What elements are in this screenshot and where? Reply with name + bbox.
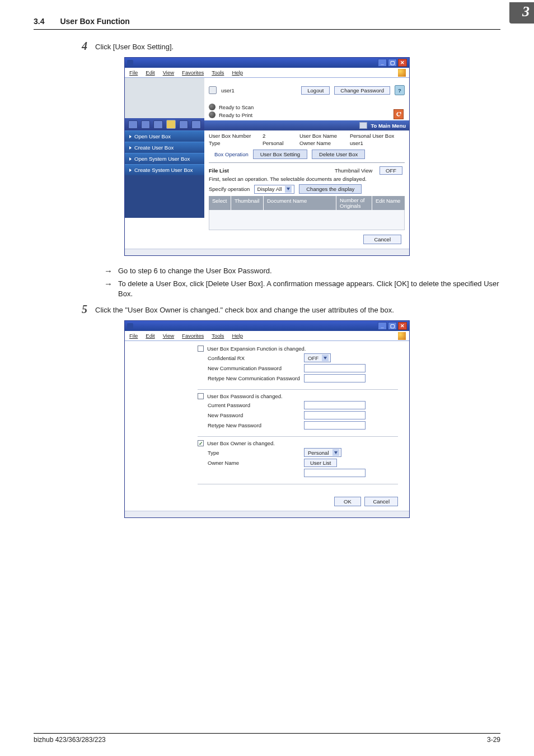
step-text: Click [User Box Setting]. xyxy=(95,40,174,51)
app-tab-icon[interactable] xyxy=(153,120,163,129)
bullet-text: Go to step 6 to change the User Box Pass… xyxy=(118,266,500,276)
value: Personal User Box xyxy=(350,133,394,139)
bullet-text: To delete a User Box, click [Delete User… xyxy=(118,279,500,298)
checkbox-label: User Box Password is changed. xyxy=(207,393,283,399)
menu-edit[interactable]: Edit xyxy=(146,69,154,76)
menu-help[interactable]: Help xyxy=(232,69,243,76)
app-tab-icon[interactable] xyxy=(141,120,151,129)
current-password-input[interactable] xyxy=(304,401,366,409)
label: Specify operation xyxy=(209,186,250,192)
footer-page: 3-29 xyxy=(487,736,500,744)
expansion-changed-checkbox[interactable] xyxy=(198,346,204,352)
ok-button[interactable]: OK xyxy=(334,497,361,506)
to-main-menu[interactable]: To Main Menu xyxy=(371,123,406,129)
label: New Password xyxy=(198,412,304,418)
label: Retype New Communication Password xyxy=(198,375,304,381)
screenshot-box-setting: _ ▢ ✕ File Edit View Favorites Tools Hel… xyxy=(124,57,410,256)
help-icon[interactable]: ? xyxy=(395,85,405,95)
password-changed-checkbox[interactable] xyxy=(198,393,204,399)
label: User Box Number xyxy=(209,133,258,139)
thumbnail-view-button[interactable]: OFF xyxy=(380,166,402,175)
menu-edit[interactable]: Edit xyxy=(146,333,154,339)
nav-create-user-box[interactable]: Create User Box xyxy=(125,142,204,153)
owner-changed-checkbox[interactable] xyxy=(198,440,204,446)
step-number: 5 xyxy=(69,303,87,316)
table-header: Select Thumbnail Document Name Number of… xyxy=(209,196,405,210)
menu-view[interactable]: View xyxy=(163,69,174,76)
nav-create-system-user-box[interactable]: Create System User Box xyxy=(125,164,204,175)
scanner-icon xyxy=(209,104,216,110)
logout-button[interactable]: Logout xyxy=(301,86,330,95)
app-tab-icon[interactable] xyxy=(166,120,176,129)
changes-display-button[interactable]: Changes the display xyxy=(299,184,362,194)
change-password-button[interactable]: Change Password xyxy=(334,86,390,95)
chapter-number: 3 xyxy=(509,2,534,24)
value: Personal xyxy=(263,140,295,146)
menu-help[interactable]: Help xyxy=(232,333,243,339)
ie-icon xyxy=(127,323,133,329)
printer-icon xyxy=(209,111,216,118)
label: Confidential RX xyxy=(198,355,304,361)
delete-user-box-button[interactable]: Delete User Box xyxy=(312,150,365,159)
box-operation-link[interactable]: Box Operation xyxy=(214,151,249,157)
arrow-icon: → xyxy=(104,279,113,298)
arrow-icon: → xyxy=(104,266,113,276)
label: Type xyxy=(209,140,258,146)
retype-comm-password-input[interactable] xyxy=(304,374,366,382)
restore-button[interactable]: ▢ xyxy=(388,322,397,330)
close-button[interactable]: ✕ xyxy=(398,322,407,330)
owner-name-input[interactable] xyxy=(304,469,366,477)
new-password-input[interactable] xyxy=(304,411,366,419)
value: user1 xyxy=(350,140,363,146)
footer-model: bizhub 423/363/283/223 xyxy=(34,736,106,744)
ie-brand-icon xyxy=(398,69,406,77)
label: Thumbnail View xyxy=(335,167,372,174)
label: Owner Name xyxy=(299,140,345,146)
main-menu-icon xyxy=(359,122,367,129)
user-list-button[interactable]: User List xyxy=(304,459,337,467)
status-print: Ready to Print xyxy=(219,112,252,118)
type-select[interactable]: Personal xyxy=(304,448,341,457)
menu-favorites[interactable]: Favorites xyxy=(182,333,204,339)
nav-open-user-box[interactable]: Open User Box xyxy=(125,130,204,142)
checkbox-label: User Box Owner is changed. xyxy=(207,440,275,446)
user-icon xyxy=(209,86,217,94)
menu-file[interactable]: File xyxy=(129,333,138,339)
user-name: user1 xyxy=(221,87,297,94)
restore-button[interactable]: ▢ xyxy=(388,59,397,67)
app-tab-icon[interactable] xyxy=(191,120,201,129)
label: Owner Name xyxy=(198,460,304,466)
menu-file[interactable]: File xyxy=(129,69,138,76)
app-tab-icon[interactable] xyxy=(128,120,138,129)
new-comm-password-input[interactable] xyxy=(304,364,366,372)
label: New Communication Password xyxy=(198,365,304,371)
cancel-button[interactable]: Cancel xyxy=(363,235,401,244)
section-title: User Box Function xyxy=(60,17,129,26)
checkbox-label: User Box Expansion Function is changed. xyxy=(207,346,306,352)
step-text: Click the "User Box Owner is changed." c… xyxy=(95,303,394,314)
screenshot-owner-change: _ ▢ ✕ File Edit View Favorites Tools Hel… xyxy=(124,320,410,518)
specify-operation-select[interactable]: Display All xyxy=(254,185,294,194)
label: Retype New Password xyxy=(198,422,304,428)
minimize-button[interactable]: _ xyxy=(378,59,387,67)
menu-tools[interactable]: Tools xyxy=(212,69,224,76)
cancel-button[interactable]: Cancel xyxy=(364,497,398,506)
menu-tools[interactable]: Tools xyxy=(212,333,224,339)
ie-icon xyxy=(127,60,133,66)
refresh-button[interactable] xyxy=(394,109,404,119)
value: 2 xyxy=(263,133,295,139)
status-scan: Ready to Scan xyxy=(219,104,254,110)
minimize-button[interactable]: _ xyxy=(378,322,387,330)
menu-view[interactable]: View xyxy=(163,333,174,339)
app-tab-icon[interactable] xyxy=(179,120,189,129)
user-box-setting-button[interactable]: User Box Setting xyxy=(253,150,307,159)
label: Current Password xyxy=(198,402,304,408)
confidential-rx-select[interactable]: OFF xyxy=(304,353,331,362)
section-number: 3.4 xyxy=(34,17,44,26)
label: Type xyxy=(198,450,304,456)
file-list-note: First, select an operation. The selectab… xyxy=(204,176,409,184)
close-button[interactable]: ✕ xyxy=(398,59,407,67)
nav-open-system-user-box[interactable]: Open System User Box xyxy=(125,153,204,164)
retype-password-input[interactable] xyxy=(304,421,366,430)
menu-favorites[interactable]: Favorites xyxy=(182,69,204,76)
